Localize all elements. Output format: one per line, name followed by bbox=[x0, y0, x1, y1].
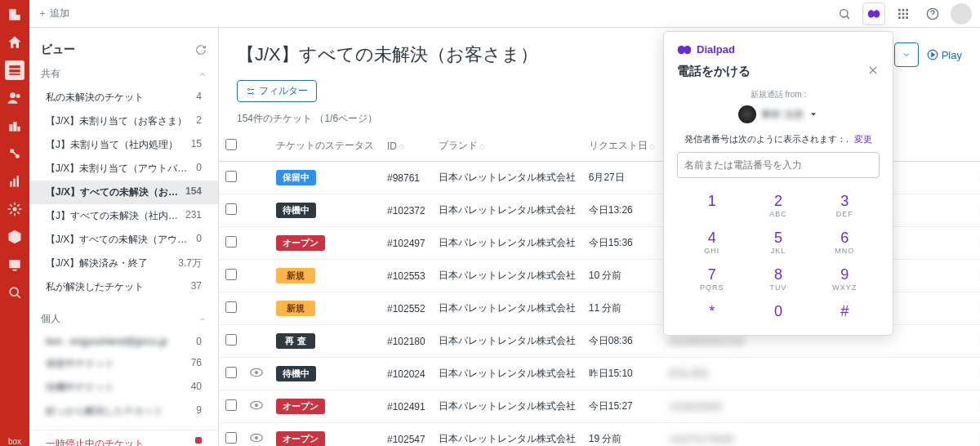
svg-point-31 bbox=[248, 88, 250, 90]
personal-section[interactable]: 個人 bbox=[41, 312, 60, 326]
row-checkbox[interactable] bbox=[225, 367, 237, 378]
dialpad-key[interactable]: 2ABC bbox=[753, 190, 803, 221]
dial-input[interactable] bbox=[677, 152, 880, 178]
sidebar-item[interactable]: 待機中チケット40 bbox=[29, 376, 218, 399]
view-count: 0 bbox=[196, 162, 202, 176]
shared-section[interactable]: 共有 bbox=[41, 67, 60, 81]
filter-label: フィルター bbox=[259, 84, 308, 98]
col-reqdate[interactable]: リクエスト日◇ bbox=[582, 131, 662, 162]
dialpad-key[interactable]: 3DEF bbox=[820, 190, 870, 221]
ticket-id: #102553 bbox=[381, 260, 432, 292]
table-row[interactable]: 待機中 #102024 日本パレットレンタル株式会社 昨日15:10 赤池 美区… bbox=[219, 358, 980, 390]
dialpad-app-button[interactable] bbox=[862, 2, 885, 25]
row-checkbox[interactable] bbox=[225, 203, 237, 215]
brand: 日本パレットレンタル株式会社 bbox=[432, 292, 582, 325]
sidebar-item[interactable]: 【J/X】すべての未解決（お客さ...154 bbox=[29, 181, 218, 204]
apps-button[interactable] bbox=[892, 2, 915, 25]
sidebar-item[interactable]: 【J/X】解決済み・終了3.7万 bbox=[29, 252, 218, 275]
dialpad-key[interactable]: 1 bbox=[687, 190, 737, 221]
org-icon[interactable] bbox=[7, 118, 23, 134]
sidebar-item[interactable]: 私の未解決のチケット4 bbox=[29, 86, 218, 109]
table-row[interactable]: オープン #102547 日本パレットレンタル株式会社 19 分前 +81875… bbox=[219, 423, 980, 447]
reporting-icon[interactable] bbox=[7, 145, 23, 162]
play-menu-caret[interactable] bbox=[894, 42, 919, 67]
view-label: 私の未解決のチケット bbox=[46, 91, 144, 105]
from-user-selector[interactable]: 事村 法恵 bbox=[677, 105, 880, 123]
svg-point-38 bbox=[255, 436, 258, 439]
col-id[interactable]: ID◇ bbox=[381, 131, 432, 162]
dialpad-key[interactable]: 0 bbox=[753, 300, 803, 323]
home-icon[interactable] bbox=[7, 34, 23, 51]
customers-icon[interactable] bbox=[7, 90, 23, 106]
search-icon[interactable] bbox=[7, 284, 23, 301]
play-button[interactable]: Play bbox=[927, 49, 962, 61]
table-row[interactable]: オープン #102491 日本パレットレンタル株式会社 今日15:27 +818… bbox=[219, 390, 980, 423]
dialpad-key[interactable]: * bbox=[687, 300, 737, 323]
row-checkbox[interactable] bbox=[225, 236, 237, 248]
request-date: 今日15:36 bbox=[582, 227, 662, 260]
dialpad-key[interactable]: 4GHI bbox=[687, 226, 737, 258]
dialpad-key[interactable]: # bbox=[820, 300, 870, 323]
view-label: 【J】すべての未解決（社内処理） bbox=[46, 209, 185, 223]
paused-tickets[interactable]: 一時停止中のチケット bbox=[29, 430, 218, 446]
ticket-id: #102552 bbox=[381, 292, 432, 325]
ticket-id: #102372 bbox=[381, 194, 432, 227]
svg-point-19 bbox=[873, 10, 880, 17]
row-checkbox[interactable] bbox=[225, 269, 237, 280]
page-title: 【J/X】すべての未解決（お客さま） bbox=[237, 42, 538, 67]
change-caller-id[interactable]: 変更 bbox=[854, 134, 872, 144]
search-button[interactable] bbox=[833, 2, 856, 25]
filter-button[interactable]: フィルター bbox=[237, 80, 317, 102]
row-checkbox[interactable] bbox=[225, 171, 237, 182]
sidebar-item[interactable]: test - engyoshiend@jprco.jp0 bbox=[29, 331, 218, 352]
sidebar-item[interactable]: 私が解決したチケット37 bbox=[29, 275, 218, 299]
package-icon[interactable] bbox=[7, 229, 23, 245]
sidebar-item[interactable]: 【J/X】未割り当て（アウトバウンド・X...0 bbox=[29, 157, 218, 181]
dial-info bbox=[751, 390, 978, 423]
sidebar-item[interactable]: 【J/X】すべての未解決（アウトバウ...0 bbox=[29, 228, 218, 252]
dialpad-key[interactable]: 5JKL bbox=[753, 226, 803, 258]
sidebar-item[interactable]: 【J】すべての未解決（社内処理）231 bbox=[29, 204, 218, 228]
box-icon[interactable]: box bbox=[8, 437, 21, 446]
status-badge: オープン bbox=[276, 235, 325, 251]
dialpad-key[interactable]: 8TUV bbox=[753, 263, 803, 295]
ticket-count: 154件のチケット bbox=[237, 113, 312, 124]
status-badge: オープン bbox=[276, 431, 325, 446]
add-tab[interactable]: ＋ 追加 bbox=[38, 7, 69, 20]
refresh-icon[interactable] bbox=[195, 44, 207, 56]
dialpad-key[interactable]: 6MNO bbox=[820, 226, 870, 258]
close-icon[interactable] bbox=[866, 64, 880, 79]
dialpad-key[interactable]: 9WXYZ bbox=[820, 263, 870, 295]
page-info: （1/6ページ） bbox=[314, 113, 377, 124]
help-button[interactable] bbox=[921, 2, 944, 25]
svg-rect-14 bbox=[9, 260, 20, 268]
svg-rect-5 bbox=[9, 124, 12, 131]
view-count: 3.7万 bbox=[178, 256, 202, 270]
svg-rect-2 bbox=[9, 74, 20, 75]
sidebar-item[interactable]: 保留中チケット76 bbox=[29, 352, 218, 376]
view-label: 【J/X】解決済み・終了 bbox=[46, 256, 148, 270]
row-checkbox[interactable] bbox=[225, 432, 237, 444]
col-brand[interactable]: ブランド◇ bbox=[432, 131, 582, 162]
sidebar-item[interactable]: 【J】未割り当て（社内処理）15 bbox=[29, 133, 218, 157]
dialpad-key[interactable]: 7PQRS bbox=[687, 263, 737, 295]
view-label: 【J】未割り当て（社内処理） bbox=[46, 138, 178, 152]
monitor-icon[interactable] bbox=[7, 256, 23, 273]
stats-icon[interactable] bbox=[7, 173, 23, 190]
svg-point-46 bbox=[684, 45, 691, 54]
views-icon[interactable] bbox=[5, 60, 24, 80]
nav-rail: box bbox=[0, 0, 29, 446]
profile-avatar[interactable] bbox=[951, 3, 972, 25]
row-checkbox[interactable] bbox=[225, 334, 237, 346]
col-status[interactable]: チケットのステータス bbox=[270, 131, 381, 162]
sidebar-item[interactable]: 【J/X】未割り当て（お客さま）2 bbox=[29, 109, 218, 133]
settings-icon[interactable] bbox=[7, 201, 23, 217]
sidebar-item[interactable]: 絞っから解決したチカット9 bbox=[29, 399, 218, 423]
row-checkbox[interactable] bbox=[225, 399, 237, 411]
svg-rect-10 bbox=[10, 181, 12, 187]
logo-icon[interactable] bbox=[7, 7, 23, 23]
row-checkbox[interactable] bbox=[225, 301, 237, 313]
select-all-checkbox[interactable] bbox=[225, 139, 237, 150]
requester: +81875279096 bbox=[668, 434, 733, 445]
request-date: 19 分前 bbox=[582, 423, 662, 447]
